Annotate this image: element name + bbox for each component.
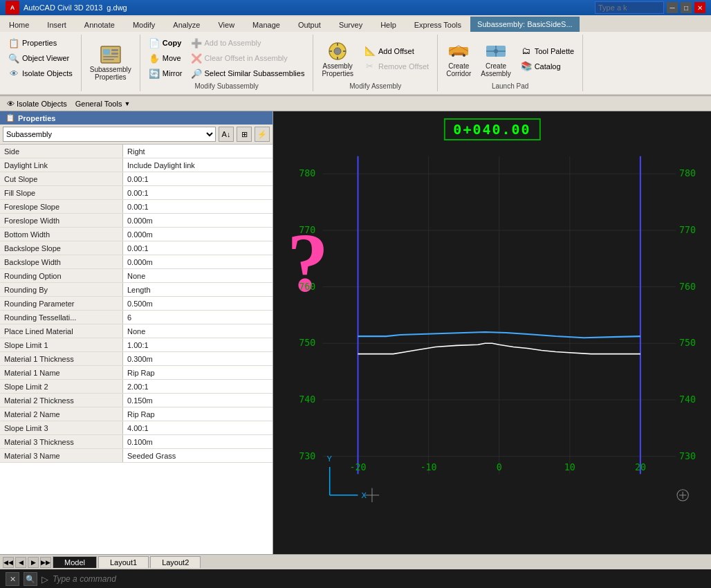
prop-value-cell[interactable]: 0.300m	[123, 352, 273, 365]
close-button[interactable]: ✕	[694, 2, 705, 13]
create-corridor-button[interactable]: CreateCorridor	[443, 39, 474, 79]
prop-value-cell[interactable]: Seeded Grass	[123, 449, 273, 462]
isolate-objects-button[interactable]: 👁 Isolate Objects	[6, 66, 75, 80]
mirror-button[interactable]: 🔄 Mirror	[146, 66, 185, 80]
category-sort-button[interactable]: ⊞	[237, 127, 252, 142]
catalog-button[interactable]: 📚 Catalog	[518, 59, 577, 73]
prop-value-cell[interactable]: 0.500m	[123, 297, 273, 310]
tab-subassembly[interactable]: Subassembly: BasicSideS...	[470, 17, 580, 32]
object-viewer-button[interactable]: 🔍 Object Viewer	[6, 51, 72, 65]
properties-title-label: Properties	[18, 114, 55, 122]
model-tab[interactable]: Model	[53, 556, 97, 568]
isolate-objects-label: Isolate Objects	[17, 100, 67, 108]
layout1-tab[interactable]: Layout1	[98, 556, 149, 568]
table-row[interactable]: Foreslope Slope 0.00:1	[0, 200, 273, 214]
table-row[interactable]: Material 1 Name Rip Rap	[0, 366, 273, 380]
table-row[interactable]: Daylight Link Include Daylight link	[0, 158, 273, 172]
copy-button[interactable]: 📄 Copy	[146, 36, 185, 50]
table-row[interactable]: Fill Slope 0.00:1	[0, 186, 273, 200]
command-input[interactable]	[53, 574, 705, 584]
prop-value-cell[interactable]: Rip Rap	[123, 366, 273, 379]
prop-value-cell[interactable]: 4.00:1	[123, 421, 273, 434]
prop-value-cell[interactable]: 0.00:1	[123, 200, 273, 213]
table-row[interactable]: Side Right	[0, 145, 273, 158]
svg-text:20: 20	[635, 462, 646, 472]
tab-analyze[interactable]: Analyze	[164, 17, 209, 32]
tab-insert[interactable]: Insert	[38, 17, 75, 32]
table-row[interactable]: Place Lined Material None	[0, 324, 273, 338]
prop-value-cell[interactable]: 0.000m	[123, 214, 273, 227]
clear-offset-button[interactable]: ❌ Clear Offset in Assembly	[188, 51, 308, 65]
table-row[interactable]: Bottom Width 0.000m	[0, 228, 273, 241]
table-row[interactable]: Rounding Option None	[0, 269, 273, 283]
tab-help[interactable]: Help	[371, 17, 405, 32]
table-row[interactable]: Rounding Parameter 0.500m	[0, 297, 273, 311]
isolate-objects-item[interactable]: 👁 Isolate Objects	[3, 99, 71, 109]
table-row[interactable]: Cut Slope 0.00:1	[0, 172, 273, 186]
table-row[interactable]: Rounding Tessellati... 6	[0, 311, 273, 324]
prop-value-cell[interactable]: 0.000m	[123, 228, 273, 241]
prop-value-cell[interactable]: 1.00:1	[123, 338, 273, 351]
prop-value-cell[interactable]: 0.000m	[123, 255, 273, 268]
prop-value-cell[interactable]: 2.00:1	[123, 380, 273, 393]
next-layout-button[interactable]: ▶	[28, 557, 39, 568]
remove-offset-button[interactable]: ✂ Remove Offset	[362, 59, 432, 73]
category-dropdown[interactable]: Subassembly	[3, 127, 216, 142]
assembly-properties-button[interactable]: AssemblyProperties	[319, 39, 356, 79]
tab-output[interactable]: Output	[289, 17, 330, 32]
properties-button[interactable]: 📋 Properties	[6, 36, 59, 50]
create-assembly-button[interactable]: CreateAssembly	[478, 39, 513, 79]
table-row[interactable]: Slope Limit 1 1.00:1	[0, 338, 273, 352]
prop-value-cell[interactable]: 0.00:1	[123, 241, 273, 255]
tab-annotate[interactable]: Annotate	[75, 17, 124, 32]
table-row[interactable]: Material 2 Thickness 0.150m	[0, 394, 273, 407]
tab-view[interactable]: View	[209, 17, 243, 32]
prop-value-cell[interactable]: 0.00:1	[123, 186, 273, 199]
prop-value-cell[interactable]: 0.150m	[123, 394, 273, 407]
table-row[interactable]: Slope Limit 2 2.00:1	[0, 380, 273, 394]
table-row[interactable]: Material 2 Name Rip Rap	[0, 407, 273, 421]
canvas-area[interactable]: 0+040.00 ? 780 770 760 750 740 73	[273, 111, 711, 554]
prop-value-cell[interactable]: 0.00:1	[123, 172, 273, 185]
tool-palette-button[interactable]: 🗂 Tool Palette	[518, 44, 577, 58]
table-row[interactable]: Rounding By Length	[0, 283, 273, 297]
prop-value-cell[interactable]: None	[123, 269, 273, 282]
table-row[interactable]: Material 3 Thickness 0.100m	[0, 435, 273, 449]
first-layout-button[interactable]: ◀◀	[3, 557, 14, 568]
add-offset-button[interactable]: 📐 Add Offset	[362, 44, 432, 58]
table-row[interactable]: Slope Limit 3 4.00:1	[0, 421, 273, 435]
select-similar-button[interactable]: 🔎 Select Similar Subassemblies	[188, 66, 308, 80]
prop-value-cell[interactable]: 0.100m	[123, 435, 273, 448]
prop-value-cell[interactable]: Include Daylight link	[123, 158, 273, 172]
tab-survey[interactable]: Survey	[330, 17, 371, 32]
layout2-tab[interactable]: Layout2	[150, 556, 201, 568]
prop-name-cell: Foreslope Slope	[0, 200, 123, 213]
alphabetical-sort-button[interactable]: A↓	[219, 127, 234, 142]
close-command-button[interactable]: ✕	[6, 572, 19, 586]
prop-value-cell[interactable]: None	[123, 324, 273, 338]
maximize-button[interactable]: □	[681, 2, 692, 13]
prop-value-cell[interactable]: 6	[123, 311, 273, 324]
add-to-assembly-button[interactable]: ➕ Add to Assembly	[188, 36, 308, 50]
table-row[interactable]: Foreslope Width 0.000m	[0, 214, 273, 228]
tab-express-tools[interactable]: Express Tools	[405, 17, 470, 32]
prev-layout-button[interactable]: ◀	[15, 557, 26, 568]
title-search-input[interactable]	[595, 1, 664, 14]
subassembly-properties-button[interactable]: SubassemblyProperties	[87, 42, 134, 82]
prop-value-cell[interactable]: Rip Rap	[123, 407, 273, 421]
prop-value-cell[interactable]: Length	[123, 283, 273, 296]
tab-manage[interactable]: Manage	[243, 17, 289, 32]
table-row[interactable]: Material 3 Name Seeded Grass	[0, 449, 273, 463]
table-row[interactable]: Backslope Slope 0.00:1	[0, 241, 273, 255]
general-tools-item[interactable]: General Tools ▼	[71, 99, 135, 109]
quick-select-button[interactable]: ⚡	[255, 127, 270, 142]
command-search-button[interactable]: 🔍	[24, 572, 37, 586]
minimize-button[interactable]: ─	[667, 2, 678, 13]
move-button[interactable]: ✋ Move	[146, 51, 185, 65]
prop-value-cell[interactable]: Right	[123, 145, 273, 158]
tab-home[interactable]: Home	[0, 17, 38, 32]
table-row[interactable]: Backslope Width 0.000m	[0, 255, 273, 269]
tab-modify[interactable]: Modify	[124, 17, 164, 32]
last-layout-button[interactable]: ▶▶	[40, 557, 51, 568]
table-row[interactable]: Material 1 Thickness 0.300m	[0, 352, 273, 366]
